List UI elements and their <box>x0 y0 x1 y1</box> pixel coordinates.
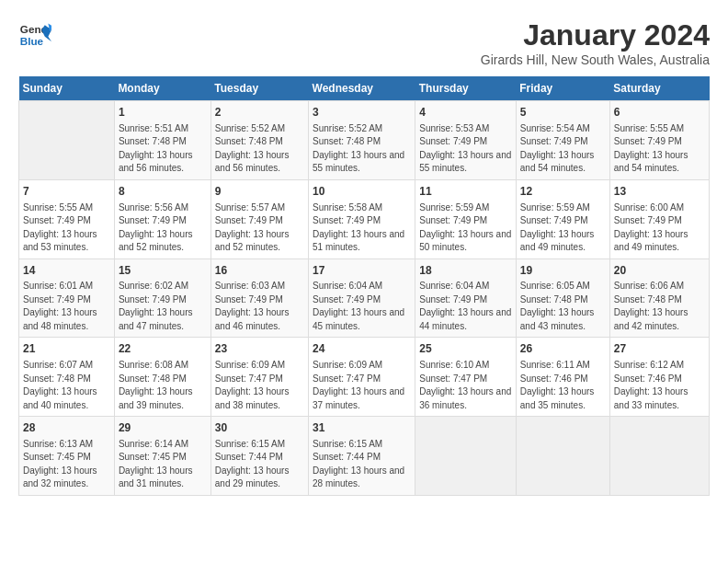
day-number: 30 <box>215 420 304 436</box>
day-number: 13 <box>614 184 705 200</box>
week-row-1: 1Sunrise: 5:51 AMSunset: 7:48 PMDaylight… <box>19 101 710 180</box>
day-number: 18 <box>419 263 512 279</box>
day-cell: 28Sunrise: 6:13 AMSunset: 7:45 PMDayligh… <box>19 417 115 496</box>
week-row-5: 28Sunrise: 6:13 AMSunset: 7:45 PMDayligh… <box>19 417 710 496</box>
day-cell: 24Sunrise: 6:09 AMSunset: 7:47 PMDayligh… <box>309 338 415 417</box>
day-info: Sunrise: 5:52 AMSunset: 7:48 PMDaylight:… <box>313 122 411 176</box>
day-cell: 26Sunrise: 6:11 AMSunset: 7:46 PMDayligh… <box>516 338 609 417</box>
day-number: 29 <box>119 420 207 436</box>
day-cell: 3Sunrise: 5:52 AMSunset: 7:48 PMDaylight… <box>309 101 415 180</box>
day-cell: 4Sunrise: 5:53 AMSunset: 7:49 PMDaylight… <box>415 101 517 180</box>
day-cell: 18Sunrise: 6:04 AMSunset: 7:49 PMDayligh… <box>415 259 517 338</box>
day-cell: 17Sunrise: 6:04 AMSunset: 7:49 PMDayligh… <box>309 259 415 338</box>
day-number: 21 <box>23 341 110 357</box>
day-info: Sunrise: 6:12 AMSunset: 7:46 PMDaylight:… <box>614 359 705 412</box>
day-number: 24 <box>313 341 411 357</box>
day-cell: 31Sunrise: 6:15 AMSunset: 7:44 PMDayligh… <box>309 417 415 496</box>
day-cell: 29Sunrise: 6:14 AMSunset: 7:45 PMDayligh… <box>114 417 210 496</box>
logo: General Blue <box>18 18 51 52</box>
day-header-sunday: Sunday <box>19 76 115 101</box>
logo-icon: General Blue <box>18 18 51 52</box>
day-cell: 19Sunrise: 6:05 AMSunset: 7:48 PMDayligh… <box>516 259 609 338</box>
day-info: Sunrise: 6:08 AMSunset: 7:48 PMDaylight:… <box>119 359 207 412</box>
day-cell: 16Sunrise: 6:03 AMSunset: 7:49 PMDayligh… <box>210 259 308 338</box>
day-cell: 5Sunrise: 5:54 AMSunset: 7:49 PMDaylight… <box>516 101 609 180</box>
day-cell: 1Sunrise: 5:51 AMSunset: 7:48 PMDaylight… <box>114 101 210 180</box>
day-number: 17 <box>313 263 411 279</box>
day-number: 23 <box>215 341 304 357</box>
day-info: Sunrise: 5:59 AMSunset: 7:49 PMDaylight:… <box>419 201 512 255</box>
day-info: Sunrise: 5:58 AMSunset: 7:49 PMDaylight:… <box>313 201 411 255</box>
day-number: 14 <box>23 263 110 279</box>
day-number: 27 <box>614 341 705 357</box>
day-cell: 20Sunrise: 6:06 AMSunset: 7:48 PMDayligh… <box>609 259 709 338</box>
day-cell: 27Sunrise: 6:12 AMSunset: 7:46 PMDayligh… <box>609 338 709 417</box>
day-header-saturday: Saturday <box>609 76 709 101</box>
day-cell: 7Sunrise: 5:55 AMSunset: 7:49 PMDaylight… <box>19 179 115 259</box>
day-header-wednesday: Wednesday <box>309 76 415 101</box>
day-info: Sunrise: 6:04 AMSunset: 7:49 PMDaylight:… <box>419 280 512 333</box>
day-number: 19 <box>520 263 606 279</box>
day-info: Sunrise: 6:00 AMSunset: 7:49 PMDaylight:… <box>614 201 705 255</box>
day-info: Sunrise: 5:53 AMSunset: 7:49 PMDaylight:… <box>419 122 512 176</box>
day-number: 10 <box>313 184 411 200</box>
day-number: 15 <box>119 263 207 279</box>
page-header: General Blue January 2024 Girards Hill, … <box>18 18 710 67</box>
day-cell: 22Sunrise: 6:08 AMSunset: 7:48 PMDayligh… <box>114 338 210 417</box>
day-number: 25 <box>419 341 512 357</box>
day-number: 3 <box>313 105 411 121</box>
day-info: Sunrise: 6:09 AMSunset: 7:47 PMDaylight:… <box>313 359 411 412</box>
day-info: Sunrise: 6:14 AMSunset: 7:45 PMDaylight:… <box>119 438 207 491</box>
day-info: Sunrise: 5:51 AMSunset: 7:48 PMDaylight:… <box>119 122 207 176</box>
svg-text:Blue: Blue <box>20 35 44 47</box>
day-info: Sunrise: 6:01 AMSunset: 7:49 PMDaylight:… <box>23 280 110 333</box>
day-info: Sunrise: 6:15 AMSunset: 7:44 PMDaylight:… <box>313 438 411 491</box>
day-number: 22 <box>119 341 207 357</box>
day-info: Sunrise: 5:55 AMSunset: 7:49 PMDaylight:… <box>614 122 705 176</box>
day-info: Sunrise: 5:55 AMSunset: 7:49 PMDaylight:… <box>23 201 110 255</box>
day-number: 8 <box>119 184 207 200</box>
day-cell <box>415 417 517 496</box>
days-header-row: SundayMondayTuesdayWednesdayThursdayFrid… <box>19 76 710 101</box>
day-info: Sunrise: 5:57 AMSunset: 7:49 PMDaylight:… <box>215 201 304 255</box>
day-info: Sunrise: 6:07 AMSunset: 7:48 PMDaylight:… <box>23 359 110 412</box>
day-number: 9 <box>215 184 304 200</box>
day-number: 7 <box>23 184 110 200</box>
day-cell: 25Sunrise: 6:10 AMSunset: 7:47 PMDayligh… <box>415 338 517 417</box>
day-cell: 9Sunrise: 5:57 AMSunset: 7:49 PMDaylight… <box>210 179 308 259</box>
day-number: 20 <box>614 263 705 279</box>
day-header-thursday: Thursday <box>415 76 517 101</box>
day-cell: 21Sunrise: 6:07 AMSunset: 7:48 PMDayligh… <box>19 338 115 417</box>
day-cell: 10Sunrise: 5:58 AMSunset: 7:49 PMDayligh… <box>309 179 415 259</box>
day-cell: 11Sunrise: 5:59 AMSunset: 7:49 PMDayligh… <box>415 179 517 259</box>
day-header-friday: Friday <box>516 76 609 101</box>
location: Girards Hill, New South Wales, Australia <box>481 52 710 67</box>
day-info: Sunrise: 5:52 AMSunset: 7:48 PMDaylight:… <box>215 122 304 176</box>
day-info: Sunrise: 6:09 AMSunset: 7:47 PMDaylight:… <box>215 359 304 412</box>
day-info: Sunrise: 6:13 AMSunset: 7:45 PMDaylight:… <box>23 438 110 491</box>
day-cell: 14Sunrise: 6:01 AMSunset: 7:49 PMDayligh… <box>19 259 115 338</box>
day-cell: 15Sunrise: 6:02 AMSunset: 7:49 PMDayligh… <box>114 259 210 338</box>
day-info: Sunrise: 6:10 AMSunset: 7:47 PMDaylight:… <box>419 359 512 412</box>
day-info: Sunrise: 5:54 AMSunset: 7:49 PMDaylight:… <box>520 122 606 176</box>
day-number: 11 <box>419 184 512 200</box>
day-cell: 2Sunrise: 5:52 AMSunset: 7:48 PMDaylight… <box>210 101 308 180</box>
day-number: 1 <box>119 105 207 121</box>
day-cell: 13Sunrise: 6:00 AMSunset: 7:49 PMDayligh… <box>609 179 709 259</box>
day-info: Sunrise: 6:04 AMSunset: 7:49 PMDaylight:… <box>313 280 411 333</box>
month-title: January 2024 <box>481 18 710 52</box>
day-number: 12 <box>520 184 606 200</box>
week-row-4: 21Sunrise: 6:07 AMSunset: 7:48 PMDayligh… <box>19 338 710 417</box>
day-info: Sunrise: 5:59 AMSunset: 7:49 PMDaylight:… <box>520 201 606 255</box>
day-cell <box>516 417 609 496</box>
day-cell <box>19 101 115 180</box>
week-row-2: 7Sunrise: 5:55 AMSunset: 7:49 PMDaylight… <box>19 179 710 259</box>
day-info: Sunrise: 6:02 AMSunset: 7:49 PMDaylight:… <box>119 280 207 333</box>
day-number: 31 <box>313 420 411 436</box>
day-cell: 8Sunrise: 5:56 AMSunset: 7:49 PMDaylight… <box>114 179 210 259</box>
day-number: 26 <box>520 341 606 357</box>
day-info: Sunrise: 6:06 AMSunset: 7:48 PMDaylight:… <box>614 280 705 333</box>
day-cell: 23Sunrise: 6:09 AMSunset: 7:47 PMDayligh… <box>210 338 308 417</box>
day-cell: 30Sunrise: 6:15 AMSunset: 7:44 PMDayligh… <box>210 417 308 496</box>
day-header-monday: Monday <box>114 76 210 101</box>
